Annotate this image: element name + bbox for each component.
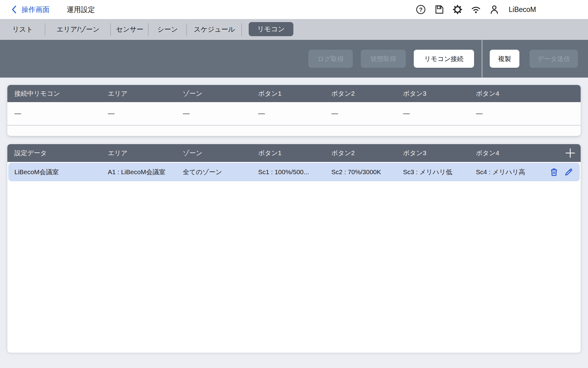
column-header: 接続中リモコン	[14, 89, 108, 98]
get-log-button[interactable]: ログ取得	[308, 50, 353, 68]
delete-icon[interactable]	[549, 167, 559, 177]
cell-button1: Sc1 : 100%/500...	[258, 168, 331, 176]
user-name-label: LiBecoM	[509, 6, 536, 14]
user-icon[interactable]	[489, 4, 499, 15]
column-header: ボタン2	[331, 89, 403, 98]
edit-icon[interactable]	[564, 167, 573, 177]
back-link-label: 操作画面	[21, 5, 50, 14]
connected-remote-table: 接続中リモコン エリア ゾーン ボタン1 ボタン2 ボタン3 ボタン4 — — …	[7, 85, 581, 136]
cell-button3: —	[403, 109, 476, 117]
column-header: ボタン4	[476, 149, 549, 157]
column-header: ボタン4	[476, 89, 549, 98]
cell-button2: —	[331, 109, 403, 117]
cell-area: —	[108, 109, 183, 117]
save-icon[interactable]	[434, 4, 444, 15]
column-header: ボタン1	[258, 89, 331, 98]
column-header: ボタン3	[403, 89, 476, 98]
add-setting-button[interactable]	[565, 148, 576, 159]
connected-table-header: 接続中リモコン エリア ゾーン ボタン1 ボタン2 ボタン3 ボタン4	[7, 85, 581, 102]
cell-area: A1 : LiBecoM会議室	[108, 168, 183, 176]
cell-button3: Sc3 : メリハリ低	[403, 168, 476, 176]
wifi-icon[interactable]	[471, 4, 481, 15]
cell-button2: Sc2 : 70%/3000K	[331, 168, 403, 176]
toolbar-divider	[482, 40, 482, 78]
tab-sensor[interactable]: センサー	[111, 19, 149, 40]
settings-row-selected[interactable]: LiBecoM会議室 A1 : LiBecoM会議室 全てのゾーン Sc1 : …	[8, 163, 580, 181]
tab-bar: リスト エリア/ゾーン センサー シーン スケジュール リモコン	[0, 19, 588, 40]
duplicate-button[interactable]: 複製	[490, 50, 519, 68]
svg-text:?: ?	[419, 6, 422, 13]
top-bar: 操作画面 運用設定 ?	[0, 0, 588, 19]
page-title: 運用設定	[67, 0, 95, 19]
column-header: ボタン1	[258, 149, 331, 157]
connected-remote-row: — — — — — — —	[7, 102, 581, 126]
column-header: ゾーン	[183, 149, 258, 157]
back-link[interactable]: 操作画面	[11, 0, 50, 19]
cell-button4: —	[476, 109, 549, 117]
cell-zone: 全てのゾーン	[183, 168, 258, 176]
back-chevron-icon	[11, 5, 18, 14]
column-header: 設定データ	[14, 149, 108, 157]
action-toolbar: ログ取得 状態取得 リモコン接続 複製 データ送信	[0, 40, 588, 78]
remote-connect-button[interactable]: リモコン接続	[414, 50, 474, 68]
cell-zone: —	[183, 109, 258, 117]
column-header: ボタン2	[331, 149, 403, 157]
cell-name: LiBecoM会議室	[14, 168, 108, 176]
tab-area-zone[interactable]: エリア/ゾーン	[45, 19, 111, 40]
tab-remote-selected[interactable]: リモコン	[249, 22, 293, 36]
get-status-button[interactable]: 状態取得	[361, 50, 406, 68]
settings-data-table: 設定データ エリア ゾーン ボタン1 ボタン2 ボタン3 ボタン4 LiBeco…	[7, 144, 581, 352]
cell-button1: —	[258, 109, 331, 117]
settings-table-body: LiBecoM会議室 A1 : LiBecoM会議室 全てのゾーン Sc1 : …	[7, 163, 581, 353]
connected-table-footer	[7, 126, 581, 135]
column-header: エリア	[108, 149, 183, 157]
column-header: ゾーン	[183, 89, 258, 98]
tab-schedule[interactable]: スケジュール	[187, 19, 242, 40]
tab-list[interactable]: リスト	[0, 19, 45, 40]
topbar-actions: ?	[416, 0, 536, 19]
cell-button4: Sc4 : メリハリ高	[476, 168, 549, 176]
cell-remote: —	[14, 109, 108, 117]
send-data-button[interactable]: データ送信	[530, 50, 578, 68]
settings-icon[interactable]	[452, 4, 463, 15]
tab-scene[interactable]: シーン	[149, 19, 187, 40]
column-header: ボタン3	[403, 149, 476, 157]
column-header: エリア	[108, 89, 183, 98]
settings-table-header: 設定データ エリア ゾーン ボタン1 ボタン2 ボタン3 ボタン4	[7, 144, 581, 162]
help-icon[interactable]: ?	[416, 4, 426, 15]
